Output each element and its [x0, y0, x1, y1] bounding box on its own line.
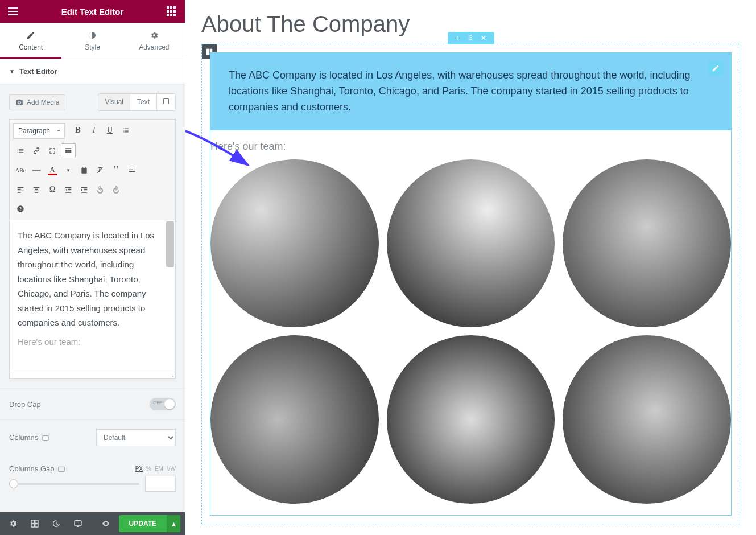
svg-text:?: ?: [19, 207, 22, 212]
panel-topbar: Edit Text Editor: [0, 0, 185, 23]
strikethrough-button[interactable]: ABє: [13, 163, 28, 178]
navigator-button[interactable]: [26, 515, 43, 532]
caret-down-icon: ▼: [9, 68, 15, 75]
text-color-picker[interactable]: ▼: [61, 163, 76, 178]
drop-cap-label: Drop Cap: [9, 400, 41, 409]
columns-gap-input[interactable]: [145, 476, 176, 492]
svg-rect-4: [65, 150, 72, 151]
editor-resize-handle[interactable]: [9, 373, 176, 379]
columns-gap-label: Columns Gap: [9, 464, 65, 474]
canvas-section[interactable]: + ⠿ ✕ The ABC Company is located in Los …: [201, 44, 740, 524]
svg-rect-9: [43, 435, 49, 440]
team-avatar: [387, 159, 555, 328]
outdent-button[interactable]: [61, 182, 76, 197]
numlist-button[interactable]: [13, 143, 28, 158]
bold-button[interactable]: B: [71, 123, 85, 138]
settings-button[interactable]: [5, 515, 22, 532]
tab-style[interactable]: Style: [61, 23, 123, 59]
edit-widget-icon[interactable]: [708, 61, 723, 76]
blockquote-button[interactable]: ": [109, 163, 123, 178]
panel-title: Edit Text Editor: [18, 7, 167, 17]
team-avatar: [563, 335, 731, 504]
svg-rect-5: [65, 151, 72, 153]
align-button[interactable]: [125, 163, 139, 178]
columns-select[interactable]: Default: [96, 429, 176, 446]
team-heading: Here's our team:: [210, 130, 731, 156]
text-widget[interactable]: The ABC Company is located in Los Angele…: [210, 52, 732, 516]
svg-rect-13: [206, 49, 209, 55]
units-selector[interactable]: PX % EM VW: [135, 466, 176, 472]
update-button-group: UPDATE ▴: [119, 515, 180, 532]
svg-rect-11: [75, 521, 81, 526]
hr-button[interactable]: —: [29, 163, 44, 178]
columns-gap-slider[interactable]: [9, 483, 139, 485]
link-button[interactable]: [29, 143, 44, 158]
text-color-button[interactable]: A: [45, 163, 60, 178]
expand-button[interactable]: [45, 143, 60, 158]
undo-button[interactable]: [93, 182, 108, 197]
italic-button[interactable]: I: [86, 123, 101, 138]
delete-section-icon[interactable]: ✕: [481, 34, 486, 42]
section-handle: + ⠿ ✕: [447, 32, 494, 44]
team-grid: [210, 156, 731, 515]
section-text-editor[interactable]: ▼ Text Editor: [0, 59, 185, 84]
underline-button[interactable]: U: [102, 123, 117, 138]
indent-button[interactable]: [77, 182, 92, 197]
align-left-button[interactable]: [13, 182, 28, 197]
editor-toolbar: Paragraph B I U ABє — A ▼ ": [9, 119, 176, 220]
update-options-button[interactable]: ▴: [167, 515, 180, 532]
align-center-button[interactable]: [29, 182, 44, 197]
svg-rect-2: [164, 99, 169, 104]
redo-button[interactable]: [109, 182, 123, 197]
widgets-icon[interactable]: [167, 6, 177, 17]
clear-formatting-button[interactable]: [93, 163, 108, 178]
menu-icon[interactable]: [8, 7, 18, 15]
edit-section-icon[interactable]: ⠿: [468, 34, 473, 42]
svg-rect-12: [77, 526, 79, 527]
svg-point-1: [18, 101, 20, 104]
update-button[interactable]: UPDATE: [119, 515, 167, 532]
text-block-content: The ABC Company is located in Los Angele…: [210, 53, 731, 130]
tab-advanced[interactable]: Advanced: [123, 23, 185, 59]
panel-bottombar: UPDATE ▴: [0, 512, 185, 535]
drop-cap-toggle[interactable]: OFF: [150, 398, 176, 410]
svg-rect-3: [65, 148, 72, 149]
editor-scrollbar[interactable]: [166, 221, 174, 267]
text-editor-area[interactable]: The ABC Company is located in Los Angele…: [9, 220, 176, 373]
svg-rect-10: [59, 467, 65, 471]
history-button[interactable]: [48, 515, 65, 532]
preview-button[interactable]: [97, 515, 114, 532]
wysiwyg-visual-tab[interactable]: Visual: [98, 94, 130, 110]
add-section-icon[interactable]: +: [455, 34, 459, 42]
team-avatar: [563, 159, 731, 328]
team-avatar: [210, 335, 379, 504]
team-avatar: [387, 335, 555, 504]
format-select[interactable]: Paragraph: [13, 123, 65, 139]
wysiwyg-fullscreen-icon[interactable]: [156, 94, 175, 110]
responsive-button[interactable]: [69, 515, 86, 532]
tab-content[interactable]: Content: [0, 23, 61, 59]
columns-label: Columns: [9, 433, 49, 442]
panel-tabs: Content Style Advanced: [0, 23, 185, 59]
help-button[interactable]: ?: [13, 201, 28, 216]
paste-button[interactable]: [77, 163, 92, 178]
toolbar-toggle-button[interactable]: [61, 143, 76, 158]
responsive-icon[interactable]: [57, 466, 65, 474]
add-media-button[interactable]: Add Media: [9, 94, 65, 110]
responsive-icon[interactable]: [42, 434, 49, 442]
team-avatar: [210, 159, 379, 328]
list-button[interactable]: [118, 123, 133, 138]
wysiwyg-text-tab[interactable]: Text: [130, 94, 156, 110]
special-char-button[interactable]: Ω: [45, 182, 60, 197]
